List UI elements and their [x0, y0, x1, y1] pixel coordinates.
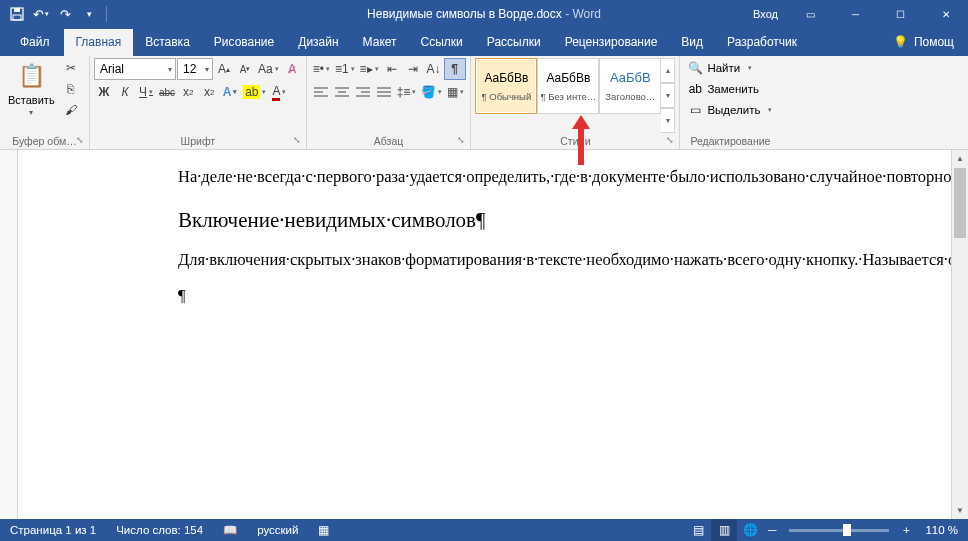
bold-button[interactable]: Ж — [94, 82, 114, 102]
tab-home[interactable]: Главная — [64, 29, 134, 56]
grow-font-icon[interactable]: A▴ — [214, 59, 234, 79]
dialog-launcher-icon[interactable]: ⤡ — [454, 133, 468, 147]
styles-gallery: АаБбВв ¶ Обычный АаБбВв ¶ Без инте… АаБб… — [475, 58, 675, 133]
font-size-combo[interactable]: 12 — [177, 58, 213, 80]
scroll-down-icon[interactable]: ▼ — [952, 502, 968, 519]
style-normal[interactable]: АаБбВв ¶ Обычный — [475, 58, 537, 114]
bulb-icon: 💡 — [893, 35, 908, 49]
style-no-spacing[interactable]: АаБбВв ¶ Без инте… — [537, 58, 599, 114]
minimize-icon[interactable]: ─ — [833, 0, 878, 28]
svg-rect-1 — [14, 8, 20, 12]
paragraph: На·деле·не·всегда·с·первого·раза·удается… — [178, 166, 931, 188]
justify-icon[interactable] — [374, 82, 394, 102]
undo-icon[interactable]: ↶▾ — [30, 3, 52, 25]
cut-icon[interactable]: ✂ — [61, 58, 81, 78]
page-content: На·деле·не·всегда·с·первого·раза·удается… — [18, 150, 951, 327]
line-spacing-icon[interactable]: ‡≡ — [395, 82, 419, 102]
align-right-icon[interactable] — [353, 82, 373, 102]
paragraph: ¶ — [178, 285, 931, 307]
zoom-in-icon[interactable]: + — [897, 524, 915, 536]
find-button[interactable]: 🔍Найти▾ — [684, 58, 776, 78]
multilevel-list-icon[interactable]: ≡▸ — [358, 59, 381, 79]
tab-file[interactable]: Файл — [8, 29, 64, 56]
text-effects-icon[interactable]: A — [220, 82, 240, 102]
window-title: Невидимые символы в Ворде.docx - Word — [367, 7, 601, 21]
gallery-scroll: ▲ ▼ ▼ — [661, 58, 675, 133]
align-center-icon[interactable] — [332, 82, 352, 102]
style-heading1[interactable]: АаБбВ Заголово… — [599, 58, 661, 114]
clear-formatting-icon[interactable]: A̷ — [282, 59, 302, 79]
tab-layout[interactable]: Макет — [351, 29, 409, 56]
decrease-indent-icon[interactable]: ⇤ — [382, 59, 402, 79]
highlight-icon[interactable]: ab — [241, 82, 268, 102]
sort-icon[interactable]: A↓ — [424, 59, 444, 79]
subscript-icon[interactable]: x2 — [178, 82, 198, 102]
group-label: Редактирование — [684, 133, 776, 149]
zoom-thumb[interactable] — [843, 524, 851, 536]
spellcheck-icon[interactable]: 📖 — [213, 519, 247, 541]
zoom-slider[interactable] — [789, 529, 889, 532]
shading-icon[interactable]: 🪣 — [419, 82, 444, 102]
dialog-launcher-icon[interactable]: ⤡ — [663, 133, 677, 147]
redo-icon[interactable]: ↷ — [54, 3, 76, 25]
shrink-font-icon[interactable]: A▾ — [235, 59, 255, 79]
word-count[interactable]: Число слов: 154 — [106, 519, 213, 541]
scroll-up-icon[interactable]: ▲ — [952, 150, 968, 167]
clipboard-icon: 📋 — [18, 60, 45, 92]
web-layout-icon[interactable]: 🌐 — [737, 519, 763, 541]
qat-customize-icon[interactable]: ▾ — [78, 3, 100, 25]
print-layout-icon[interactable]: ▥ — [711, 519, 737, 541]
paste-button[interactable]: 📋 Вставить ▾ — [4, 58, 59, 119]
close-icon[interactable]: ✕ — [923, 0, 968, 28]
tell-me[interactable]: 💡Помощ — [881, 29, 968, 56]
vertical-scrollbar[interactable]: ▲ ▼ — [951, 150, 968, 519]
page-indicator[interactable]: Страница 1 из 1 — [0, 519, 106, 541]
underline-button[interactable]: Ч — [136, 82, 156, 102]
tab-references[interactable]: Ссылки — [409, 29, 475, 56]
select-button[interactable]: ▭Выделить▾ — [684, 100, 776, 120]
tab-review[interactable]: Рецензирование — [553, 29, 670, 56]
replace-button[interactable]: abЗаменить — [684, 79, 776, 99]
heading: Включение·невидимых·символов¶ — [178, 206, 931, 234]
ribbon-options-icon[interactable]: ▭ — [788, 0, 833, 28]
tab-draw[interactable]: Рисование — [202, 29, 286, 56]
tab-mailings[interactable]: Рассылки — [475, 29, 553, 56]
format-painter-icon[interactable]: 🖌 — [61, 100, 81, 120]
borders-icon[interactable]: ▦ — [445, 82, 466, 102]
show-hide-marks-button[interactable]: ¶ — [445, 59, 465, 79]
sign-in-button[interactable]: Вход — [743, 0, 788, 28]
save-icon[interactable] — [6, 3, 28, 25]
maximize-icon[interactable]: ☐ — [878, 0, 923, 28]
document-area[interactable]: На·деле·не·всегда·с·первого·раза·удается… — [18, 150, 951, 519]
zoom-out-icon[interactable]: ─ — [763, 524, 781, 536]
scroll-thumb[interactable] — [954, 168, 966, 238]
bullets-icon[interactable]: ≡• — [311, 59, 332, 79]
zoom-level[interactable]: 110 % — [915, 524, 968, 536]
strikethrough-icon[interactable]: abc — [157, 82, 177, 102]
gallery-up-icon[interactable]: ▲ — [661, 58, 675, 83]
italic-button[interactable]: К — [115, 82, 135, 102]
copy-icon[interactable]: ⎘ — [61, 79, 81, 99]
align-left-icon[interactable] — [311, 82, 331, 102]
paragraph: Для·включения·скрытых·знаков·форматирова… — [178, 249, 931, 271]
tab-developer[interactable]: Разработчик — [715, 29, 809, 56]
superscript-icon[interactable]: x2 — [199, 82, 219, 102]
replace-icon: ab — [688, 82, 702, 96]
change-case-icon[interactable]: Aa — [256, 59, 281, 79]
gallery-down-icon[interactable]: ▼ — [661, 83, 675, 108]
tab-insert[interactable]: Вставка — [133, 29, 202, 56]
dialog-launcher-icon[interactable]: ⤡ — [290, 133, 304, 147]
tab-view[interactable]: Вид — [669, 29, 715, 56]
language-indicator[interactable]: русский — [247, 519, 308, 541]
increase-indent-icon[interactable]: ⇥ — [403, 59, 423, 79]
font-name-combo[interactable]: Arial — [94, 58, 176, 80]
font-color-icon[interactable]: A — [269, 82, 289, 102]
numbering-icon[interactable]: ≡1 — [333, 59, 357, 79]
read-mode-icon[interactable]: ▤ — [685, 519, 711, 541]
gallery-more-icon[interactable]: ▼ — [661, 108, 675, 133]
macro-icon[interactable]: ▦ — [308, 519, 339, 541]
tab-design[interactable]: Дизайн — [286, 29, 350, 56]
ribbon-tabs: Файл Главная Вставка Рисование Дизайн Ма… — [0, 28, 968, 56]
search-icon: 🔍 — [688, 61, 702, 75]
dialog-launcher-icon[interactable]: ⤡ — [73, 133, 87, 147]
